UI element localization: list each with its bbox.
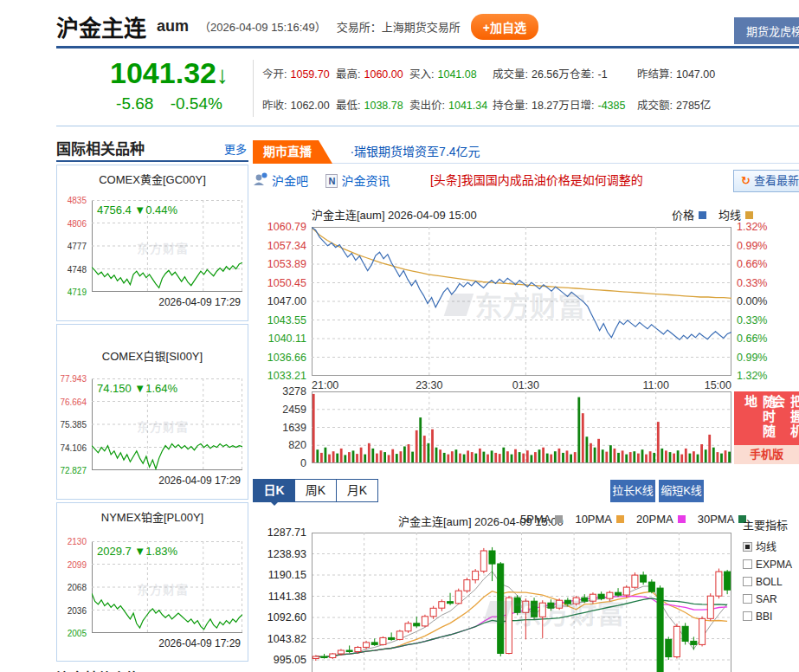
ad-text-2: 把握机会 [769,395,799,445]
mini-chart-y-label: 4806 [57,219,87,229]
volume-y-label: 2459 [253,404,306,416]
stat-cell: 最低:1038.78 [336,96,409,113]
mobile-app-ad[interactable]: 随时随地 把握机会 手机版 [734,391,799,464]
timeshare-x-label: 11:00 [643,379,669,391]
timeshare-y-label: 1060.79 [253,221,306,233]
last-price: 1041.32 [110,56,216,89]
timeshare-y-label: 1036.66 [253,352,306,364]
watermark: 东方财富 [137,239,189,256]
indicator-label: SAR [756,593,777,605]
stats-row-1: 今开:1059.70最高:1060.00买入:1041.08成交量:26.56万… [262,65,799,81]
indicator-label: EXPMA [756,559,792,571]
kline-tab-2[interactable]: 周K [294,479,337,502]
stat-label: 成交额: [637,100,673,112]
shrink-kline-button[interactable]: 缩短K线 [659,480,704,502]
live-headline-link[interactable]: ·瑞银期货增资至7.4亿元 [350,145,480,158]
timeshare-pct-label: 0.99% [737,352,767,364]
watermark: 东方财富 [137,417,189,435]
indicator-items: 均线EXPMABOLLSARBBI [743,539,799,623]
timeshare-y-label: 1053.89 [253,258,306,270]
checkbox-unchecked[interactable] [743,577,752,586]
mini-chart-y-label: 2005 [57,629,87,638]
kline-y-label: 1043.82 [253,633,306,645]
timeshare-y-label: 1040.11 [253,333,306,345]
mini-chart-y-label: 2036 [57,606,87,616]
stat-label: 昨结算: [637,68,673,81]
live-tab[interactable]: 期市直播 [253,140,332,164]
quote-summary: 1041.32↓ -5.68 -0.54% 今开:1059.70最高:1060.… [56,51,799,126]
quote-stats: 今开:1059.70最高:1060.00买入:1041.08成交量:26.56万… [262,51,799,126]
sidebar-title: 国际相关品种 [56,141,145,158]
kline-y-label: 1141.38 [253,591,306,603]
gold-news-link[interactable]: 沪金资讯 [341,174,390,188]
gold-bar-link[interactable]: 沪金吧 [272,174,308,188]
indicator-item-BOLL[interactable]: BOLL [743,576,799,588]
checkbox-unchecked[interactable] [743,594,752,604]
sidebar-chart-box[interactable]: COMEX黄金[GC00Y]483548064777474847194756.4… [56,165,248,321]
stat-cell: 昨结算:1047.00 [637,65,793,81]
timeshare-x-label: 15:00 [705,379,731,391]
mini-chart-y-label: 76.664 [57,397,87,407]
mini-chart-title: NYMEX铂金[PL00Y] [57,503,248,525]
refresh-quote-button[interactable]: ↻查看最新行情 [733,170,799,192]
timeshare-y-label: 1050.45 [253,277,306,289]
indicator-label: BOLL [756,576,783,588]
indicator-item-均线[interactable]: 均线 [743,539,799,553]
stat-label: 成交量: [493,68,528,81]
stat-value: 1041.34 [448,100,487,112]
checkbox-unchecked[interactable] [743,559,752,569]
timeshare-x-label: 21:00 [312,379,338,391]
checkbox-checked[interactable] [743,542,752,552]
kline-legend: 5PMA10PMA20PMA30PMA [508,513,746,526]
mini-chart-y-label: 2130 [57,537,87,546]
kline-chart-block: 沪金主连[aum] 2026-04-09 15:00 5PMA10PMA20PM… [253,509,799,672]
headline-link[interactable]: [头条]我国国内成品油价格是如何调整的 [430,173,643,187]
stat-cell: 仓差:-1 [570,65,637,81]
checkbox-unchecked[interactable] [743,611,752,621]
stat-value: -4385 [597,100,625,112]
legend-item: 5PMA [520,513,563,526]
timeshare-pct-label: 0.00% [737,295,767,307]
mini-chart-y-label: 4748 [57,265,87,275]
ad-banner: 随时随地 把握机会 [734,391,799,445]
legend-swatch [678,515,686,523]
stat-label: 仓差: [570,68,594,81]
stat-cell: 持仓量:18.27万 [493,96,570,113]
stat-value: 26.56万 [532,68,570,81]
stat-label: 昨收: [262,100,287,112]
legend-item: 10PMA [575,513,624,526]
divider [253,60,254,117]
stat-label: 最高: [336,68,360,81]
mini-chart-y-label: 2068 [57,583,87,592]
kline-tab-3[interactable]: 月K [336,479,378,502]
stat-value: 1038.78 [364,100,403,112]
indicator-item-EXPMA[interactable]: EXPMA [743,559,799,571]
stat-label: 卖出价: [409,100,445,112]
timeshare-price-chart [312,227,731,376]
contract-code: aum [157,17,189,36]
indicator-label: BBI [756,611,772,623]
volume-y-label: 3278 [253,385,306,397]
stat-value: 2785亿 [676,100,711,112]
kline-y-label: 995.05 [253,654,306,666]
sidebar-chart-box[interactable]: COMEX白银[SI00Y]77.94376.66475.38574.10672… [56,324,248,500]
stretch-kline-button[interactable]: 拉长K线 [610,480,655,502]
add-watchlist-button[interactable]: +加自选 [471,14,538,40]
timeshare-pct-label: 0.33% [737,314,767,326]
stat-value: 1059.70 [290,68,329,81]
sidebar-more-link[interactable]: 更多 [224,140,247,157]
timeshare-x-label: 23:30 [416,379,442,391]
indicator-item-SAR[interactable]: SAR [743,593,799,605]
kline-tab-1[interactable]: 日K [253,479,295,502]
mini-chart-y-label: 74.106 [57,443,87,453]
indicator-label: 均线 [756,541,776,553]
dragon-tiger-button[interactable]: 期货龙虎榜 [734,17,799,44]
stat-cell: 日增:-4385 [570,96,637,113]
indicator-panel-title: 主要指标 [743,516,799,533]
mini-chart-title: COMEX黄金[GC00Y] [57,165,248,187]
mini-chart-date: 2026-04-09 17:29 [158,475,241,487]
sidebar-chart-box[interactable]: NYMEX铂金[PL00Y]213020992068203620052029.7… [56,502,248,662]
legend-item: 30PMA [698,513,747,526]
indicator-item-BBI[interactable]: BBI [743,611,799,623]
quote-timestamp: （2026-04-09 15:16:49） [199,18,326,35]
